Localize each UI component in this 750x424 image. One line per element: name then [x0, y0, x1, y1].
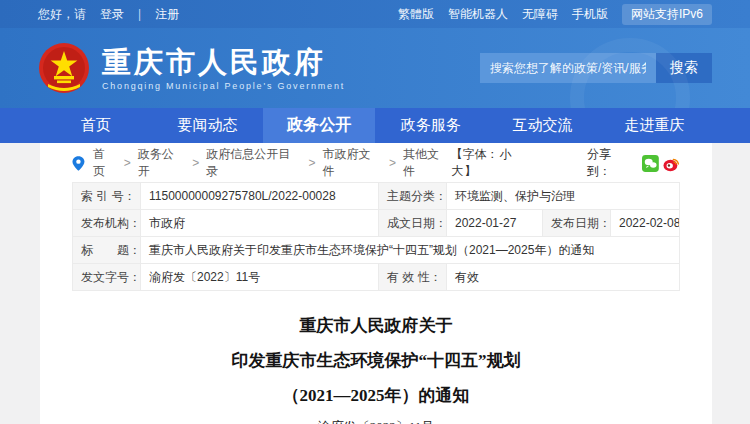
search-input[interactable] — [480, 53, 656, 83]
wechat-share-icon[interactable] — [642, 155, 659, 172]
breadcrumb-separator: > — [309, 156, 316, 170]
login-register-divider: | — [138, 7, 141, 21]
nav-tab-news[interactable]: 要闻动态 — [152, 108, 264, 143]
font-large-button[interactable]: 大 — [452, 164, 464, 178]
meta-label-index-number: 索 引 号： — [73, 183, 141, 210]
site-subtitle: Chongqing Municipal People's Government — [102, 81, 345, 91]
breadcrumb-item-gov-disclosure[interactable]: 政务公开 — [138, 146, 186, 180]
robot-assistant-link[interactable]: 智能机器人 — [448, 6, 508, 23]
main-nav: 首页 要闻动态 政务公开 政务服务 互动交流 走进重庆 — [0, 108, 750, 143]
share-label: 分享到： — [587, 146, 634, 180]
meta-label-topic-category: 主题分类： — [379, 183, 447, 210]
document-number: 渝府发〔2022〕11号 — [72, 418, 680, 424]
ipv6-support-badge[interactable]: 网站支持IPv6 — [622, 4, 712, 25]
document-title: 重庆市人民政府关于 印发重庆市生态环境保护“十四五”规划 （2021—2025年… — [72, 308, 680, 413]
table-row: 标 题： 重庆市人民政府关于印发重庆市生态环境保护“十四五”规划（2021—20… — [73, 237, 680, 264]
topbar-links: 繁體版 智能机器人 无障碍 手机版 网站支持IPv6 — [398, 4, 712, 25]
search-button[interactable]: 搜索 — [656, 53, 712, 83]
site-title[interactable]: 重庆市人民政府 — [102, 46, 345, 78]
nav-tab-home[interactable]: 首页 — [40, 108, 152, 143]
breadcrumb-item-city-gov-files[interactable]: 市政府文件 — [323, 146, 382, 180]
meta-label-title: 标 题： — [73, 237, 141, 264]
document-title-line-3: （2021—2025年）的通知 — [72, 378, 680, 413]
breadcrumb-separator: > — [389, 156, 396, 170]
document-title-line-1: 重庆市人民政府关于 — [72, 308, 680, 343]
breadcrumb-item-home[interactable]: 首页 — [93, 146, 117, 180]
document-meta-table: 索 引 号： 11500000009275780L/2022-00028 主题分… — [72, 182, 680, 291]
nav-tab-interaction[interactable]: 互动交流 — [487, 108, 599, 143]
nav-tab-gov-services[interactable]: 政务服务 — [375, 108, 487, 143]
register-link[interactable]: 注册 — [155, 6, 179, 23]
meta-value-title: 重庆市人民政府关于印发重庆市生态环境保护“十四五”规划（2021—2025年）的… — [141, 237, 680, 264]
meta-value-doc-number: 渝府发〔2022〕11号 — [141, 264, 379, 291]
meta-value-publish-date: 2022-02-08 — [611, 210, 680, 237]
content-container: 首页 > 政务公开 > 政府信息公开目录 > 市政府文件 > 其他文件 【字体：… — [40, 143, 712, 424]
meta-label-publish-date: 发布日期： — [543, 210, 611, 237]
meta-value-issuing-agency: 市政府 — [141, 210, 379, 237]
meta-value-validity: 有效 — [447, 264, 680, 291]
mobile-version-link[interactable]: 手机版 — [572, 6, 608, 23]
table-row: 索 引 号： 11500000009275780L/2022-00028 主题分… — [73, 183, 680, 210]
search-box: 搜索 — [480, 53, 712, 83]
breadcrumb-item-info-catalog[interactable]: 政府信息公开目录 — [206, 146, 301, 180]
table-row: 发文字号： 渝府发〔2022〕11号 有 效 性： 有效 — [73, 264, 680, 291]
meta-value-index-number: 11500000009275780L/2022-00028 — [141, 183, 379, 210]
meta-label-written-date: 成文日期： — [379, 210, 447, 237]
accessibility-link[interactable]: 无障碍 — [522, 6, 558, 23]
meta-label-issuing-agency: 发布机构： — [73, 210, 141, 237]
national-emblem-logo — [38, 42, 90, 94]
greeting-text: 您好，请 — [38, 6, 86, 23]
meta-value-topic-category: 环境监测、保护与治理 — [447, 183, 680, 210]
topbar-account-area: 您好，请 登录 | 注册 — [38, 6, 179, 23]
login-link[interactable]: 登录 — [100, 6, 124, 23]
font-size-control: 【字体：小 大】 — [451, 146, 541, 180]
document-title-line-2: 印发重庆市生态环境保护“十四五”规划 — [72, 343, 680, 378]
traditional-chinese-link[interactable]: 繁體版 — [398, 6, 434, 23]
weibo-share-icon[interactable] — [663, 155, 680, 172]
site-title-block: 重庆市人民政府 Chongqing Municipal People's Gov… — [102, 46, 345, 91]
font-small-button[interactable]: 小 — [500, 147, 512, 161]
meta-value-written-date: 2022-01-27 — [447, 210, 543, 237]
location-pin-icon — [72, 156, 85, 171]
meta-label-validity: 有 效 性： — [379, 264, 447, 291]
breadcrumb-tools: 【字体：小 大】 分享到： — [451, 146, 680, 180]
nav-tab-gov-disclosure[interactable]: 政务公开 — [263, 108, 375, 143]
table-row: 发布机构： 市政府 成文日期： 2022-01-27 发布日期： 2022-02… — [73, 210, 680, 237]
font-control-prefix: 【字体： — [451, 147, 499, 161]
site-header: 重庆市人民政府 Chongqing Municipal People's Gov… — [0, 28, 750, 108]
font-control-suffix: 】 — [465, 164, 477, 178]
breadcrumb-separator: > — [124, 156, 131, 170]
nav-tab-about-chongqing[interactable]: 走进重庆 — [598, 108, 710, 143]
breadcrumb: 首页 > 政务公开 > 政府信息公开目录 > 市政府文件 > 其他文件 【字体：… — [72, 152, 680, 174]
top-utility-bar: 您好，请 登录 | 注册 繁體版 智能机器人 无障碍 手机版 网站支持IPv6 — [0, 0, 750, 28]
breadcrumb-separator: > — [192, 156, 199, 170]
breadcrumb-item-other-files[interactable]: 其他文件 — [403, 146, 451, 180]
page-background: 首页 > 政务公开 > 政府信息公开目录 > 市政府文件 > 其他文件 【字体：… — [0, 143, 750, 424]
meta-label-doc-number: 发文字号： — [73, 264, 141, 291]
